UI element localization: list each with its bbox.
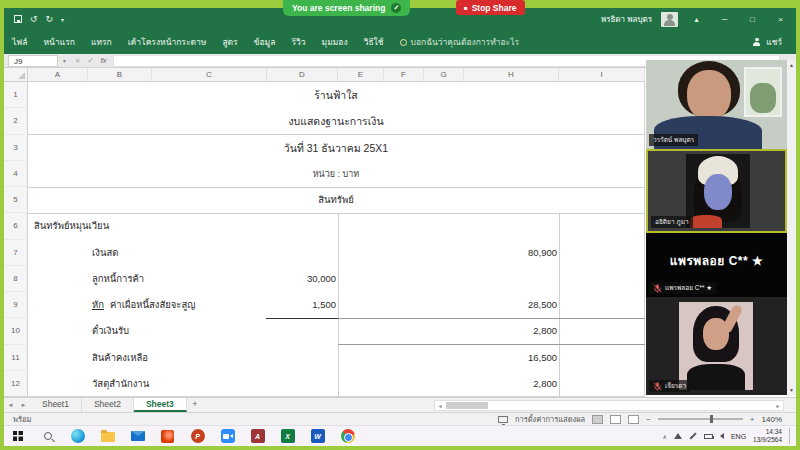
tray-chevron-icon[interactable]: ∧ xyxy=(663,433,667,440)
column-header-e[interactable]: E xyxy=(338,68,384,81)
battery-icon[interactable] xyxy=(704,434,713,439)
ribbon-tab-view[interactable]: มุมมอง xyxy=(314,35,356,49)
horizontal-scrollbar-thumb[interactable] xyxy=(446,402,488,409)
close-button[interactable]: × xyxy=(771,15,790,24)
ribbon-tab-data[interactable]: ข้อมูล xyxy=(246,35,284,49)
sheet-tab-sheet2[interactable]: Sheet2 xyxy=(82,398,134,412)
view-page-layout-button[interactable] xyxy=(610,415,621,424)
start-button[interactable] xyxy=(9,428,26,445)
column-header-d[interactable]: D xyxy=(267,68,338,81)
share-button[interactable]: แชร์ xyxy=(752,35,782,49)
select-all-corner[interactable] xyxy=(4,68,28,81)
redo-button[interactable]: ↻ xyxy=(46,14,54,24)
cell-title-company[interactable]: ร้านฟ้าใส xyxy=(28,82,644,108)
view-page-break-button[interactable] xyxy=(628,415,639,424)
row-header[interactable]: 7 xyxy=(4,240,28,266)
taskbar-word[interactable]: W xyxy=(309,428,326,445)
table-row[interactable]: 1ร้านฟ้าใส xyxy=(4,82,645,108)
enter-icon[interactable]: ✓ xyxy=(84,56,97,65)
namebox-dropdown-icon[interactable]: ▾ xyxy=(58,57,71,64)
sheet-tab-sheet1[interactable]: Sheet1 xyxy=(30,398,82,412)
row-header[interactable]: 12 xyxy=(4,371,28,397)
save-icon[interactable] xyxy=(14,15,22,23)
zoom-slider[interactable] xyxy=(658,418,743,420)
cell-title-statement[interactable]: งบแสดงฐานะการเงิน xyxy=(28,108,644,134)
taskbar-search-button[interactable] xyxy=(39,428,56,445)
zoom-slider-thumb[interactable] xyxy=(710,415,713,423)
cell-current-assets[interactable]: สินทรัพย์หมุนเวียน xyxy=(34,213,109,239)
cell-assets-heading[interactable]: สินทรัพย์ xyxy=(28,187,644,213)
avatar[interactable] xyxy=(661,12,678,27)
column-header-f[interactable]: F xyxy=(384,68,424,81)
cancel-icon[interactable]: × xyxy=(71,56,84,65)
row-header[interactable]: 1 xyxy=(4,82,28,108)
taskbar-clock[interactable]: 14:34 13/9/2564 xyxy=(753,428,782,444)
participant-tile-4[interactable]: เจียรดา xyxy=(646,297,787,395)
row-header[interactable]: 5 xyxy=(4,187,28,213)
cell-allowance-label[interactable]: หักค่าเผื่อหนี้สงสัยจะสูญ xyxy=(92,292,195,318)
participant-tile-3[interactable]: แพรพลอย C** ★ แพรพลอย C** ★ xyxy=(646,233,787,297)
ribbon-tab-file[interactable]: ไฟล์ xyxy=(4,35,36,49)
zoom-level[interactable]: 140% xyxy=(762,415,782,424)
cell-supplies-label[interactable]: วัสดุสำนักงาน xyxy=(92,371,149,397)
view-normal-button[interactable] xyxy=(592,415,603,424)
table-row[interactable]: 4หน่วย : บาท xyxy=(4,161,645,187)
ribbon-options-button[interactable]: ▴ xyxy=(687,15,706,24)
table-row[interactable]: 10ตั๋วเงินรับ2,800 xyxy=(4,318,645,344)
column-header-c[interactable]: C xyxy=(152,68,267,81)
cell-title-unit[interactable]: หน่วย : บาท xyxy=(28,161,644,187)
ribbon-tab-insert[interactable]: แทรก xyxy=(83,35,120,49)
name-box[interactable]: J9 xyxy=(8,55,58,67)
zoom-in-button[interactable]: + xyxy=(750,415,755,424)
table-row[interactable]: 6สินทรัพย์หมุนเวียน xyxy=(4,213,645,239)
minimize-button[interactable]: ─ xyxy=(715,15,734,24)
scroll-right-icon[interactable]: ► xyxy=(773,403,783,409)
row-header[interactable]: 3 xyxy=(4,135,28,161)
show-desktop-button[interactable] xyxy=(789,428,792,444)
cell-title-date[interactable]: วันที่ 31 ธันวาคม 25X1 xyxy=(28,135,644,161)
row-header[interactable]: 8 xyxy=(4,266,28,292)
taskbar-excel[interactable]: X xyxy=(279,428,296,445)
scroll-up-icon[interactable]: ▲ xyxy=(789,62,794,68)
display-settings-button[interactable]: การตั้งค่าการแสดงผล xyxy=(515,413,585,425)
table-row[interactable]: 3วันที่ 31 ธันวาคม 25X1 xyxy=(4,135,645,161)
cell-inventory-label[interactable]: สินค้าคงเหลือ xyxy=(92,345,148,371)
column-header-g[interactable]: G xyxy=(424,68,464,81)
cell-receivable-label[interactable]: ลูกหนี้การค้า xyxy=(92,266,144,292)
account-name[interactable]: พรธิดา พลบุตร xyxy=(601,13,652,26)
ribbon-tab-home[interactable]: หน้าแรก xyxy=(36,35,83,49)
sheet-tab-sheet3[interactable]: Sheet3 xyxy=(134,398,187,412)
taskbar-mail[interactable] xyxy=(129,428,146,445)
scroll-down-icon[interactable]: ▼ xyxy=(789,387,794,393)
horizontal-scrollbar[interactable]: ◄ ► xyxy=(434,400,784,411)
insert-function-button[interactable]: fx xyxy=(97,56,110,65)
column-header-i[interactable]: I xyxy=(559,68,645,81)
row-header[interactable]: 10 xyxy=(4,318,28,344)
ribbon-tab-review[interactable]: รีวิว xyxy=(283,35,313,49)
cell-receivable-value[interactable]: 30,000 xyxy=(267,266,336,292)
speaker-icon[interactable] xyxy=(720,433,724,439)
undo-button[interactable]: ↺ xyxy=(30,14,38,24)
cell-net-receivable-value[interactable]: 28,500 xyxy=(464,292,557,318)
cell-notes-receivable-value[interactable]: 2,800 xyxy=(464,318,557,344)
cell-cash-label[interactable]: เงินสด xyxy=(92,240,118,266)
row-header[interactable]: 2 xyxy=(4,108,28,134)
cell-allowance-value[interactable]: 1,500 xyxy=(267,292,336,318)
video-panel-scrollbar[interactable]: ▲ ▼ xyxy=(787,60,796,395)
ribbon-tab-formulas[interactable]: สูตร xyxy=(214,35,245,49)
participant-tile-2-active-speaker[interactable]: อธิติยา ภูมา xyxy=(646,149,787,233)
table-row[interactable]: 8ลูกหนี้การค้า30,000 xyxy=(4,266,645,292)
row-header[interactable]: 11 xyxy=(4,345,28,371)
cell-inventory-value[interactable]: 16,500 xyxy=(464,345,557,371)
stop-share-button[interactable]: ■ Stop Share xyxy=(456,0,525,15)
taskbar-office[interactable] xyxy=(159,428,176,445)
sheet-nav-left[interactable]: ◄ xyxy=(4,402,17,408)
row-header[interactable]: 6 xyxy=(4,213,28,239)
new-sheet-button[interactable]: + xyxy=(187,398,203,412)
column-header-b[interactable]: B xyxy=(88,68,152,81)
cell-cash-value[interactable]: 80,900 xyxy=(464,240,557,266)
cell-supplies-value[interactable]: 2,800 xyxy=(464,371,557,397)
scroll-left-icon[interactable]: ◄ xyxy=(435,403,445,409)
zoom-out-button[interactable]: − xyxy=(646,415,651,424)
ribbon-tab-page-layout[interactable]: เค้าโครงหน้ากระดาษ xyxy=(120,35,215,49)
